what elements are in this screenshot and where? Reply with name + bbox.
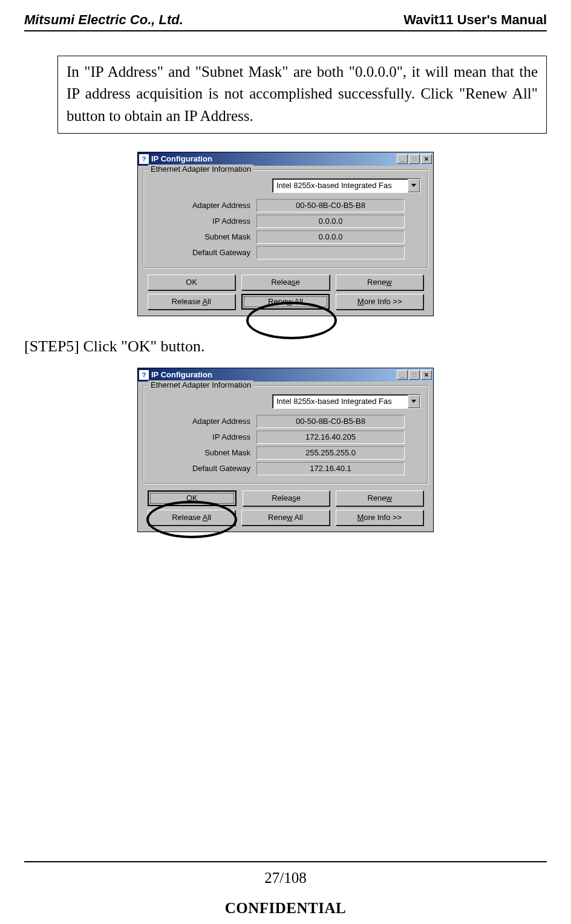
minimize-button[interactable]: _ — [397, 154, 408, 164]
renew-all-button[interactable]: Renew All — [241, 510, 329, 525]
header-manual: Wavit11 User's Manual — [403, 12, 547, 28]
label-ip-address: IP Address — [151, 216, 256, 226]
value-ip-address: 0.0.0.0 — [256, 215, 405, 228]
adapter-select[interactable]: Intel 8255x-based Integrated Fas — [272, 178, 420, 193]
screenshot-2: IP Configuration _ □ × Ethernet Adapter … — [24, 368, 547, 532]
ok-button[interactable]: OK — [148, 275, 235, 290]
more-info-button[interactable]: More Info >> — [336, 510, 423, 525]
value-adapter-address: 00-50-8B-C0-B5-B8 — [256, 415, 405, 428]
release-all-button[interactable]: Release All — [148, 510, 235, 525]
chevron-down-icon[interactable] — [408, 395, 420, 408]
value-default-gateway: 172.16.40.1 — [256, 462, 405, 475]
renew-all-button[interactable]: Renew All — [241, 294, 330, 310]
label-default-gateway: Default Gateway — [151, 248, 256, 257]
adapter-select-value: Intel 8255x-based Integrated Fas — [273, 181, 408, 190]
minimize-button[interactable]: _ — [397, 370, 408, 380]
release-button[interactable]: Release — [241, 275, 329, 290]
maximize-button: □ — [409, 154, 420, 164]
adapter-info-group: Ethernet Adapter Information Intel 8255x… — [143, 385, 428, 484]
window-title: IP Configuration — [151, 370, 212, 379]
release-all-button[interactable]: Release All — [148, 294, 235, 310]
adapter-info-group: Ethernet Adapter Information Intel 8255x… — [143, 169, 428, 268]
page-header: Mitsumi Electric Co., Ltd. Wavit11 User'… — [24, 12, 547, 31]
app-icon — [139, 154, 149, 164]
label-adapter-address: Adapter Address — [151, 417, 256, 426]
adapter-select[interactable]: Intel 8255x-based Integrated Fas — [272, 394, 420, 409]
label-default-gateway: Default Gateway — [151, 464, 256, 473]
group-legend: Ethernet Adapter Information — [148, 164, 253, 174]
chevron-down-icon[interactable] — [408, 179, 420, 192]
value-subnet-mask: 0.0.0.0 — [256, 230, 405, 244]
ok-button[interactable]: OK — [148, 490, 237, 506]
group-legend: Ethernet Adapter Information — [148, 380, 253, 389]
adapter-select-value: Intel 8255x-based Integrated Fas — [273, 397, 408, 406]
renew-button[interactable]: Renew — [336, 490, 423, 506]
page-footer: 27/108 CONFIDENTIAL — [0, 861, 571, 917]
value-adapter-address: 00-50-8B-C0-B5-B8 — [256, 199, 405, 212]
step5-text: [STEP5] Click "OK" button. — [24, 337, 547, 356]
renew-button[interactable]: Renew — [336, 275, 423, 290]
label-subnet-mask: Subnet Mask — [151, 448, 256, 457]
header-company: Mitsumi Electric Co., Ltd. — [24, 12, 183, 28]
value-ip-address: 172.16.40.205 — [256, 431, 405, 444]
confidential-label: CONFIDENTIAL — [0, 900, 571, 917]
label-ip-address: IP Address — [151, 432, 256, 441]
warning-block: In "IP Address" and "Subnet Mask" are bo… — [24, 56, 547, 134]
value-subnet-mask: 255.255.255.0 — [256, 446, 405, 460]
label-subnet-mask: Subnet Mask — [151, 232, 256, 241]
release-button[interactable]: Release — [243, 490, 330, 506]
close-button[interactable]: × — [421, 370, 432, 380]
more-info-button[interactable]: More Info >> — [336, 294, 423, 310]
window-title: IP Configuration — [151, 154, 212, 163]
label-adapter-address: Adapter Address — [151, 201, 256, 210]
value-default-gateway — [256, 246, 405, 259]
maximize-button: □ — [409, 370, 420, 380]
screenshot-1: IP Configuration _ □ × Ethernet Adapter … — [24, 152, 547, 316]
page-number: 27/108 — [0, 870, 571, 887]
ip-config-dialog-2: IP Configuration _ □ × Ethernet Adapter … — [137, 368, 434, 532]
app-icon — [139, 370, 149, 380]
titlebar: IP Configuration _ □ × — [138, 368, 433, 382]
close-button[interactable]: × — [421, 154, 432, 164]
warning-text: In "IP Address" and "Subnet Mask" are bo… — [57, 56, 547, 134]
ip-config-dialog-1: IP Configuration _ □ × Ethernet Adapter … — [137, 152, 434, 316]
titlebar: IP Configuration _ □ × — [138, 152, 433, 166]
